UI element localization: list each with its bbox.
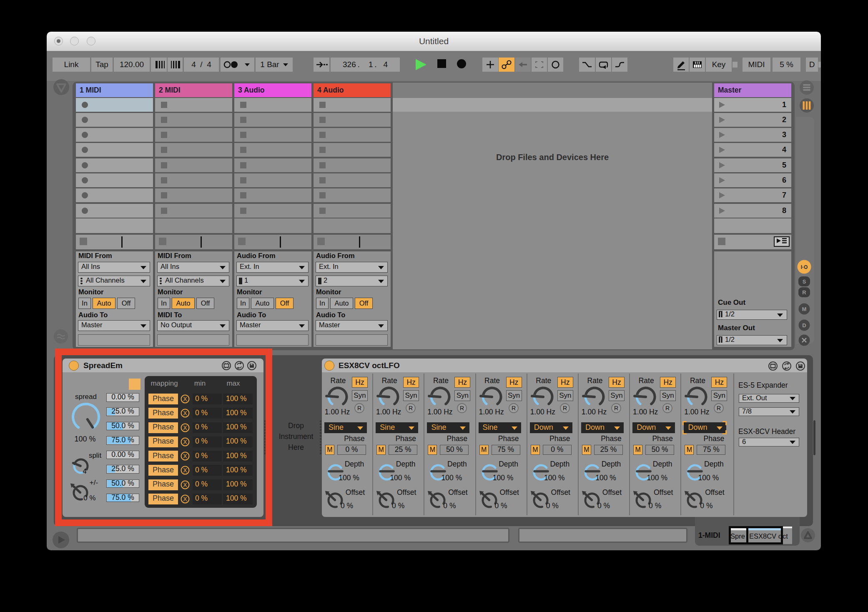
svg-text:D: D <box>802 322 806 329</box>
svg-text:R: R <box>409 405 413 411</box>
svg-text:S: S <box>803 278 806 285</box>
svg-text:R: R <box>614 405 618 411</box>
svg-text:R: R <box>717 405 721 411</box>
svg-text:I·O: I·O <box>801 264 808 270</box>
svg-text:R: R <box>460 405 464 411</box>
svg-text:R: R <box>512 405 516 411</box>
svg-text:M: M <box>802 306 807 312</box>
svg-text:R: R <box>357 405 361 411</box>
svg-text:R: R <box>563 405 567 411</box>
svg-text:R: R <box>665 405 670 411</box>
svg-text:R: R <box>802 289 806 296</box>
